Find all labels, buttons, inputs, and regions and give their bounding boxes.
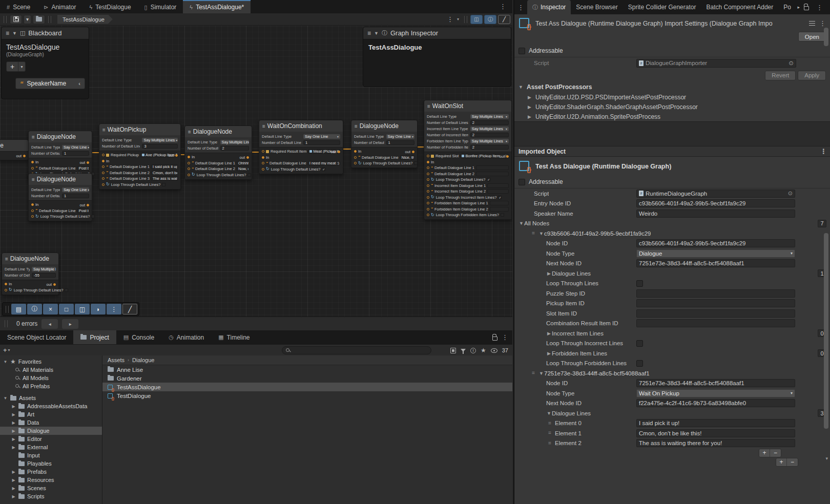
property-row-node-type[interactable]: Node TypeDialogue bbox=[514, 248, 830, 259]
graph-node-dialoguenode[interactable]: ≡DialogueNodeDefault Line TypeSay Multip… bbox=[184, 125, 252, 180]
node-title-bar[interactable]: ≡StartNode bbox=[0, 140, 28, 151]
favorite-search-icon[interactable]: ★ bbox=[481, 347, 486, 354]
node-field-default-line-type[interactable]: Default Line TypeSay One Line bbox=[262, 134, 340, 139]
open-asset-button[interactable] bbox=[33, 15, 45, 24]
inspector-more-icon[interactable]: ⋮ bbox=[813, 4, 826, 11]
field-dropdown[interactable]: Say Multiple Lines bbox=[470, 114, 509, 119]
field-dropdown[interactable]: Say Multiple Lines bbox=[470, 139, 509, 143]
editor-tab-simulator[interactable]: ▯Simulator bbox=[138, 0, 183, 13]
save-options-button[interactable]: ▾ bbox=[24, 15, 31, 24]
graph-inspector-panel[interactable]: ≡ ▼ ⓘ Graph Inspector TestAssDialogue bbox=[363, 27, 511, 87]
favorites-foldout[interactable]: ▼★Favorites bbox=[0, 358, 102, 366]
node-port-loop-through-default-lines[interactable]: ↻Loop Through Default Lines? bbox=[354, 161, 414, 165]
node-field-incorrect-item-line-type[interactable]: Incorrect Item Line TypeSay Multiple Lin… bbox=[427, 126, 509, 131]
output-port[interactable]: out bbox=[500, 154, 509, 159]
search-input[interactable] bbox=[282, 346, 431, 354]
property-row-next-node-id[interactable]: Next Node IDf22a475e-4c2f-41c6-9b73-6a83… bbox=[514, 398, 830, 409]
lock-icon[interactable] bbox=[492, 337, 497, 341]
postprocessor-unityeditor-u2d-animation-spritepostprocess[interactable]: ▶UnityEditor.U2D.Animation.SpritePostPro… bbox=[514, 112, 830, 121]
node-field-number-of-default-lines[interactable]: Number of Default Lines-55 bbox=[5, 272, 56, 278]
script-object-field[interactable]: # DialogueGraphImporter ⊙ bbox=[636, 59, 796, 68]
toolbar-drag-handle[interactable] bbox=[5, 320, 8, 327]
property-row-incorrect-item-lines[interactable]: ▶Incorrect Item Lines0 bbox=[514, 328, 830, 339]
addressable-checkbox[interactable] bbox=[518, 48, 525, 54]
property-text-field[interactable]: c93b5606-401f-49a2-99b5-9ecbf1fa9c29 bbox=[636, 199, 795, 207]
imported-object-more-icon[interactable]: ⋮ bbox=[820, 148, 827, 155]
output-port[interactable]: out bbox=[169, 153, 178, 158]
asset-gardener[interactable]: Gardener bbox=[102, 374, 512, 383]
toggle-graph-inspector-button[interactable]: ⓘ bbox=[484, 15, 496, 24]
node-title-bar[interactable]: ≡WaitOnPickup bbox=[99, 124, 180, 135]
inspector-tab-batch-component-adder[interactable]: Batch Component Adder bbox=[701, 0, 778, 14]
port-text-field[interactable]: Ohhhh yea s, bbox=[237, 161, 249, 165]
node-port-in[interactable]: In bbox=[102, 159, 178, 163]
node-port-loop-through-default-lines[interactable]: ↻Loop Through Default Lines?✓ bbox=[262, 167, 340, 172]
tree-folder-external[interactable]: ▶External bbox=[0, 443, 102, 451]
property-row-dialogue-lines[interactable]: ▶Dialogue Lines1 bbox=[514, 268, 830, 279]
port-text-field[interactable]: The ass is waiting there for y bbox=[151, 176, 178, 181]
node-port-default-dialogue-line-1[interactable]: “Default Dialogue Line 1I said pick it u… bbox=[102, 164, 178, 169]
output-port[interactable]: out bbox=[405, 150, 414, 154]
editor-tab-scene[interactable]: #Scene bbox=[0, 0, 37, 13]
panel-more-icon[interactable]: ⋮ bbox=[502, 334, 508, 341]
node-field-default-line-type[interactable]: Default Line TypeSay Multiple Lines bbox=[188, 139, 249, 144]
tree-folder-scenes[interactable]: ▶Scenes bbox=[0, 484, 102, 492]
foldout-open-icon[interactable]: ▼ bbox=[518, 221, 524, 226]
field-dropdown[interactable]: Say One Line bbox=[303, 134, 340, 139]
toolbar-drag-handle[interactable] bbox=[4, 16, 7, 23]
port-checkbox[interactable]: ✓ bbox=[498, 196, 502, 199]
property-text-field[interactable]: The ass is waiting there for you! bbox=[636, 439, 795, 447]
inspector-tab-sprite-collider-generator[interactable]: Sprite Collider Generator bbox=[623, 0, 701, 14]
tree-folder-scripts[interactable]: ▶Scripts bbox=[0, 492, 102, 500]
port-text-field[interactable]: Now, go on, s bbox=[237, 166, 249, 171]
node-port-in[interactable]: In bbox=[262, 155, 340, 160]
property-dropdown[interactable]: Dialogue bbox=[636, 249, 795, 258]
node-field-number-of-default-lines[interactable]: Number of Default Lines1 bbox=[31, 151, 89, 156]
postprocessors-foldout[interactable]: ▼ Asset PostProcessors bbox=[514, 82, 830, 92]
node-title-bar[interactable]: ≡WaitOnSlot bbox=[424, 100, 511, 112]
editor-tab-testassdialogue[interactable]: ϟTestAssDialogue* bbox=[183, 0, 251, 13]
property-row-loop-through-lines[interactable]: Loop Through Lines bbox=[514, 279, 830, 289]
property-checkbox[interactable] bbox=[636, 360, 643, 367]
node-port-default-dialogue-line[interactable]: “Default Dialogue LineNice, that's it bbox=[354, 155, 414, 160]
breadcrumb-root[interactable]: Assets bbox=[108, 357, 125, 363]
field-dropdown[interactable]: Say One Line bbox=[62, 187, 89, 192]
node-field-default-line-type[interactable]: Default Line TypeSay One Line bbox=[31, 187, 89, 192]
bottom-tab-scene-object-locator[interactable]: Scene Object Locator bbox=[0, 330, 73, 344]
tree-root-assets[interactable]: ▼Assets bbox=[0, 394, 102, 402]
node-port-default-dialogue-line-1[interactable]: “Default Dialogue Line 1Ohhhh yea s, bbox=[188, 161, 249, 165]
field-dropdown[interactable]: Say Multiple Lines bbox=[142, 138, 178, 142]
editor-tab-testdialogue[interactable]: ϟTestDialogue bbox=[82, 0, 137, 13]
foldout-open-icon[interactable]: ▼ bbox=[546, 411, 552, 416]
node-field-number-of-forbidden-item-lines[interactable]: Number of Forbidden Item Lines2 bbox=[427, 144, 509, 150]
output-port[interactable]: out bbox=[240, 155, 249, 160]
node-port-default-dialogue-line-2[interactable]: “Default Dialogue Line 2Now, go on, s bbox=[188, 166, 249, 171]
tree-folder-prefabs[interactable]: ▶Prefabs bbox=[0, 468, 102, 476]
next-error-button[interactable]: ▸ bbox=[62, 319, 78, 329]
bottom-tab-animation[interactable]: ◷Animation bbox=[161, 330, 211, 344]
add-element-button[interactable]: + bbox=[759, 449, 770, 457]
node-port-loop-through-default-lines[interactable]: ↻Loop Through Default Lines? bbox=[31, 214, 89, 219]
tree-folder-art[interactable]: ▶Art bbox=[0, 410, 102, 418]
port-text-field[interactable] bbox=[476, 165, 509, 170]
node-port-incorrect-item-dialogue-line-2[interactable]: “Incorrect Item Dialogue Line 2 bbox=[427, 189, 509, 194]
favorite-item-all-prefabs[interactable]: All Prefabs bbox=[0, 382, 102, 390]
blackboard-header[interactable]: ≡ ▼ ◫ Blackboard bbox=[2, 27, 89, 39]
node-port-incorrect-item-dialogue-line-1[interactable]: “Incorrect Item Dialogue Line 1 bbox=[427, 183, 509, 188]
lock-icon[interactable] bbox=[804, 6, 809, 10]
previous-error-button[interactable]: ◂ bbox=[42, 319, 58, 329]
port-checkbox[interactable] bbox=[162, 183, 165, 186]
property-checkbox[interactable] bbox=[636, 340, 643, 347]
node-port-default-dialogue-line[interactable]: “Default Dialogue LinePost boy...W bbox=[31, 208, 89, 213]
blackboard-panel[interactable]: ≡ ▼ ◫ Blackboard TestAssDialogue (Dialog… bbox=[1, 27, 89, 99]
node-port-loop-through-default-lines[interactable]: ↻Loop Through Default Lines? bbox=[5, 288, 56, 292]
field-input[interactable]: 2 bbox=[470, 133, 509, 137]
property-object-field[interactable]: #RuntimeDialogueGraph⊙ bbox=[636, 190, 795, 198]
field-dropdown[interactable]: Say One Line bbox=[386, 134, 414, 139]
property-row-slot-item-id[interactable]: Slot Item ID bbox=[514, 308, 830, 319]
graph-node-waitonpickup[interactable]: ≡WaitOnPickupDefault Line TypeSay Multip… bbox=[99, 123, 181, 190]
field-dropdown[interactable]: Say One Line bbox=[62, 145, 89, 150]
property-row-7251e73e-38d3-44ff-a8c5-bcf54088aaf1[interactable]: =▼7251e73e-38d3-44ff-a8c5-bcf54088aaf1 bbox=[514, 368, 830, 379]
property-text-field[interactable] bbox=[636, 289, 795, 298]
property-row-element-2[interactable]: =Element 2The ass is waiting there for y… bbox=[514, 438, 830, 449]
